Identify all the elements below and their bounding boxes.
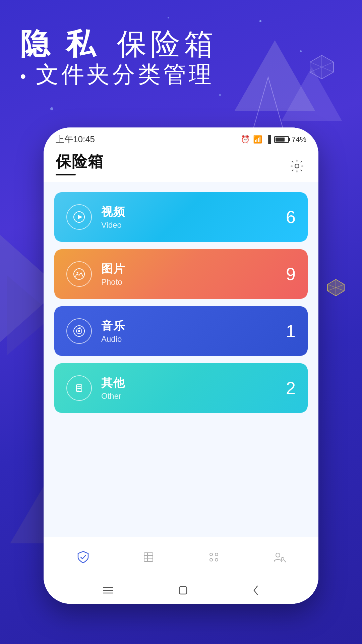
other-icon-circle — [66, 375, 92, 401]
svg-point-25 — [210, 553, 213, 556]
app-header: 保险箱 — [44, 148, 318, 182]
category-card-other[interactable]: 其他 Other 2 — [54, 363, 308, 413]
svg-marker-11 — [78, 215, 82, 219]
cube-decoration-2 — [327, 278, 345, 297]
card-left-video: 视频 Video — [66, 204, 125, 230]
svg-point-16 — [78, 330, 80, 332]
svg-point-12 — [74, 269, 84, 279]
app-title-wrap: 保险箱 — [56, 151, 104, 175]
svg-point-27 — [210, 558, 213, 561]
other-label-wrap: 其他 Other — [101, 375, 125, 401]
system-nav-home[interactable] — [179, 586, 187, 595]
nav-list[interactable] — [135, 544, 162, 571]
svg-marker-1 — [310, 55, 334, 79]
category-card-audio[interactable]: 音乐 Audio 1 — [54, 306, 308, 356]
status-bar: 上午10:45 ⏰ 📶 ▐ 74% — [44, 127, 318, 148]
svg-point-26 — [215, 553, 218, 556]
app-title-underline — [56, 174, 76, 175]
card-left-audio: 音乐 Audio — [66, 318, 125, 344]
other-count: 2 — [286, 378, 296, 398]
bottom-nav — [44, 537, 318, 577]
photo-icon-circle — [66, 261, 92, 287]
svg-line-4 — [310, 62, 334, 72]
svg-rect-34 — [179, 587, 187, 594]
svg-line-3 — [310, 62, 334, 72]
app-title: 保险箱 — [56, 151, 104, 172]
heading-line1: 隐 私 保险箱 — [20, 27, 218, 61]
svg-point-13 — [77, 272, 78, 274]
audio-label-cn: 音乐 — [101, 318, 125, 334]
svg-point-30 — [281, 557, 284, 560]
svg-point-29 — [276, 553, 280, 557]
photo-count: 9 — [286, 264, 296, 284]
video-icon-circle — [66, 204, 92, 230]
svg-marker-5 — [327, 279, 344, 296]
other-label-en: Other — [101, 391, 125, 401]
photo-label-wrap: 图片 Photo — [101, 261, 125, 287]
video-label-cn: 视频 — [101, 204, 125, 220]
audio-icon-circle — [66, 318, 92, 344]
video-count: 6 — [286, 207, 296, 227]
svg-point-28 — [215, 558, 218, 561]
other-label-cn: 其他 — [101, 375, 125, 391]
alarm-icon: ⏰ — [241, 135, 250, 144]
phone-mockup: 上午10:45 ⏰ 📶 ▐ 74% 保险箱 — [44, 127, 318, 604]
card-left-other: 其他 Other — [66, 375, 125, 401]
audio-count: 1 — [286, 321, 296, 341]
settings-button[interactable] — [288, 157, 306, 175]
wifi-icon: 📶 — [253, 135, 262, 144]
nav-apps[interactable] — [200, 544, 227, 571]
content-area: 视频 Video 6 图片 Photo — [44, 182, 318, 537]
svg-point-9 — [295, 164, 299, 168]
photo-label-en: Photo — [101, 277, 125, 287]
battery-icon: 74% — [274, 135, 306, 144]
nav-safe[interactable] — [70, 544, 97, 571]
status-icons: ⏰ 📶 ▐ 74% — [241, 135, 306, 144]
system-nav — [44, 577, 318, 604]
svg-line-7 — [327, 284, 344, 291]
heading-line2: 文件夹分类管理 — [20, 61, 218, 88]
svg-line-8 — [327, 284, 344, 291]
category-card-video[interactable]: 视频 Video 6 — [54, 192, 308, 242]
cube-decoration-1 — [308, 54, 335, 80]
triangle-1 — [235, 40, 315, 111]
system-nav-menu[interactable] — [103, 587, 113, 594]
category-card-photo[interactable]: 图片 Photo 9 — [54, 249, 308, 299]
heading-area: 隐 私 保险箱 文件夹分类管理 — [20, 27, 218, 88]
system-nav-back[interactable] — [253, 585, 259, 595]
card-left-photo: 图片 Photo — [66, 261, 125, 287]
signal-icon: ▐ — [265, 135, 271, 144]
audio-label-en: Audio — [101, 334, 125, 344]
nav-profile[interactable] — [266, 544, 293, 571]
audio-label-wrap: 音乐 Audio — [101, 318, 125, 344]
video-label-en: Video — [101, 220, 125, 230]
video-label-wrap: 视频 Video — [101, 204, 125, 230]
status-time: 上午10:45 — [56, 133, 95, 145]
svg-rect-21 — [144, 553, 153, 561]
triangle-2 — [282, 67, 342, 121]
photo-label-cn: 图片 — [101, 261, 125, 277]
